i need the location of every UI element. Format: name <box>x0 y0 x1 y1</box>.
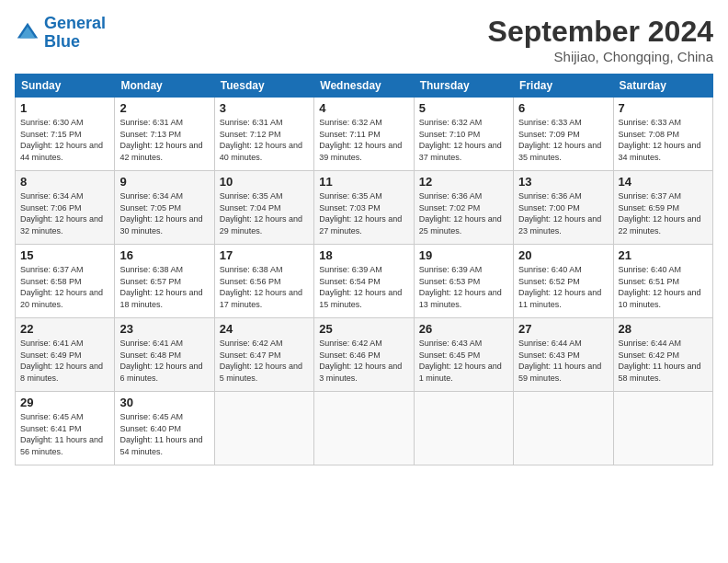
day-number: 24 <box>220 322 309 336</box>
day-cell: 14 Sunrise: 6:37 AM Sunset: 6:59 PM Dayl… <box>613 171 712 245</box>
weekday-tuesday: Tuesday <box>214 75 313 98</box>
day-info: Sunrise: 6:36 AM Sunset: 7:02 PM Dayligh… <box>419 190 508 236</box>
day-cell: 23 Sunrise: 6:41 AM Sunset: 6:48 PM Dayl… <box>115 318 214 392</box>
day-cell: 4 Sunrise: 6:32 AM Sunset: 7:11 PM Dayli… <box>314 98 414 171</box>
day-cell: 24 Sunrise: 6:42 AM Sunset: 6:47 PM Dayl… <box>214 318 313 392</box>
logo-text: General Blue <box>44 15 106 52</box>
day-cell: 9 Sunrise: 6:34 AM Sunset: 7:05 PM Dayli… <box>115 171 214 245</box>
header: General Blue September 2024 Shijiao, Cho… <box>15 15 713 64</box>
day-cell: 11 Sunrise: 6:35 AM Sunset: 7:03 PM Dayl… <box>314 171 414 245</box>
day-info: Sunrise: 6:40 AM Sunset: 6:52 PM Dayligh… <box>518 264 608 310</box>
day-cell: 27 Sunrise: 6:44 AM Sunset: 6:43 PM Dayl… <box>514 318 613 392</box>
day-info: Sunrise: 6:41 AM Sunset: 6:49 PM Dayligh… <box>20 338 109 384</box>
day-info: Sunrise: 6:42 AM Sunset: 6:46 PM Dayligh… <box>319 338 408 384</box>
day-cell: 22 Sunrise: 6:41 AM Sunset: 6:49 PM Dayl… <box>16 318 115 392</box>
day-info: Sunrise: 6:35 AM Sunset: 7:04 PM Dayligh… <box>220 190 309 236</box>
title-block: September 2024 Shijiao, Chongqing, China <box>488 15 713 64</box>
day-number: 13 <box>518 175 608 189</box>
day-cell: 8 Sunrise: 6:34 AM Sunset: 7:06 PM Dayli… <box>16 171 115 245</box>
week-row-5: 29 Sunrise: 6:45 AM Sunset: 6:41 PM Dayl… <box>16 392 713 465</box>
day-number: 3 <box>220 101 309 115</box>
day-number: 28 <box>619 322 708 336</box>
weekday-monday: Monday <box>115 75 214 98</box>
day-cell <box>414 392 513 465</box>
week-row-2: 8 Sunrise: 6:34 AM Sunset: 7:06 PM Dayli… <box>16 171 713 245</box>
day-info: Sunrise: 6:43 AM Sunset: 6:45 PM Dayligh… <box>419 338 508 384</box>
day-number: 5 <box>419 101 508 115</box>
day-number: 30 <box>119 396 209 409</box>
logo-general: General <box>44 14 106 32</box>
day-info: Sunrise: 6:34 AM Sunset: 7:05 PM Dayligh… <box>119 190 209 236</box>
day-cell: 21 Sunrise: 6:40 AM Sunset: 6:51 PM Dayl… <box>613 245 712 318</box>
weekday-header-row: SundayMondayTuesdayWednesdayThursdayFrid… <box>16 75 713 98</box>
week-row-3: 15 Sunrise: 6:37 AM Sunset: 6:58 PM Dayl… <box>16 245 713 318</box>
day-cell: 15 Sunrise: 6:37 AM Sunset: 6:58 PM Dayl… <box>16 245 115 318</box>
day-info: Sunrise: 6:39 AM Sunset: 6:54 PM Dayligh… <box>319 264 408 310</box>
day-info: Sunrise: 6:32 AM Sunset: 7:10 PM Dayligh… <box>419 117 508 163</box>
day-number: 17 <box>220 248 309 262</box>
day-cell: 3 Sunrise: 6:31 AM Sunset: 7:12 PM Dayli… <box>214 98 313 171</box>
day-info: Sunrise: 6:45 AM Sunset: 6:41 PM Dayligh… <box>20 411 109 457</box>
day-number: 4 <box>319 101 408 115</box>
calendar-body: 1 Sunrise: 6:30 AM Sunset: 7:15 PM Dayli… <box>16 98 713 465</box>
day-info: Sunrise: 6:45 AM Sunset: 6:40 PM Dayligh… <box>119 411 209 457</box>
calendar-container: General Blue September 2024 Shijiao, Cho… <box>0 0 728 563</box>
week-row-1: 1 Sunrise: 6:30 AM Sunset: 7:15 PM Dayli… <box>16 98 713 171</box>
logo-icon <box>15 20 40 46</box>
day-number: 29 <box>20 396 109 409</box>
day-number: 22 <box>20 322 109 336</box>
calendar-table: SundayMondayTuesdayWednesdayThursdayFrid… <box>15 74 713 465</box>
day-cell: 26 Sunrise: 6:43 AM Sunset: 6:45 PM Dayl… <box>414 318 513 392</box>
day-info: Sunrise: 6:41 AM Sunset: 6:48 PM Dayligh… <box>119 338 209 384</box>
day-cell: 30 Sunrise: 6:45 AM Sunset: 6:40 PM Dayl… <box>115 392 214 465</box>
day-number: 2 <box>119 101 209 115</box>
day-number: 14 <box>619 175 708 189</box>
day-number: 23 <box>119 322 209 336</box>
day-info: Sunrise: 6:33 AM Sunset: 7:09 PM Dayligh… <box>518 117 608 163</box>
day-number: 6 <box>518 101 608 115</box>
day-cell: 6 Sunrise: 6:33 AM Sunset: 7:09 PM Dayli… <box>514 98 613 171</box>
logo: General Blue <box>15 15 106 52</box>
weekday-sunday: Sunday <box>16 75 115 98</box>
day-number: 12 <box>419 175 508 189</box>
day-info: Sunrise: 6:30 AM Sunset: 7:15 PM Dayligh… <box>20 117 109 163</box>
day-cell: 19 Sunrise: 6:39 AM Sunset: 6:53 PM Dayl… <box>414 245 513 318</box>
day-info: Sunrise: 6:31 AM Sunset: 7:13 PM Dayligh… <box>119 117 209 163</box>
day-cell: 16 Sunrise: 6:38 AM Sunset: 6:57 PM Dayl… <box>115 245 214 318</box>
day-cell <box>314 392 414 465</box>
location: Shijiao, Chongqing, China <box>488 49 713 64</box>
day-number: 11 <box>319 175 408 189</box>
day-number: 27 <box>518 322 608 336</box>
day-info: Sunrise: 6:31 AM Sunset: 7:12 PM Dayligh… <box>220 117 309 163</box>
day-info: Sunrise: 6:38 AM Sunset: 6:57 PM Dayligh… <box>119 264 209 310</box>
day-info: Sunrise: 6:38 AM Sunset: 6:56 PM Dayligh… <box>220 264 309 310</box>
day-info: Sunrise: 6:42 AM Sunset: 6:47 PM Dayligh… <box>220 338 309 384</box>
day-number: 20 <box>518 248 608 262</box>
day-number: 1 <box>20 101 109 115</box>
day-number: 21 <box>619 248 708 262</box>
day-info: Sunrise: 6:37 AM Sunset: 6:59 PM Dayligh… <box>619 190 708 236</box>
day-number: 16 <box>119 248 209 262</box>
day-cell: 18 Sunrise: 6:39 AM Sunset: 6:54 PM Dayl… <box>314 245 414 318</box>
month-title: September 2024 <box>488 15 713 49</box>
day-info: Sunrise: 6:39 AM Sunset: 6:53 PM Dayligh… <box>419 264 508 310</box>
weekday-wednesday: Wednesday <box>314 75 414 98</box>
day-number: 9 <box>119 175 209 189</box>
day-cell <box>214 392 313 465</box>
day-cell: 1 Sunrise: 6:30 AM Sunset: 7:15 PM Dayli… <box>16 98 115 171</box>
day-number: 18 <box>319 248 408 262</box>
weekday-saturday: Saturday <box>613 75 712 98</box>
weekday-thursday: Thursday <box>414 75 513 98</box>
day-number: 19 <box>419 248 508 262</box>
day-cell: 20 Sunrise: 6:40 AM Sunset: 6:52 PM Dayl… <box>514 245 613 318</box>
day-cell <box>514 392 613 465</box>
day-info: Sunrise: 6:35 AM Sunset: 7:03 PM Dayligh… <box>319 190 408 236</box>
day-number: 7 <box>619 101 708 115</box>
weekday-friday: Friday <box>514 75 613 98</box>
day-info: Sunrise: 6:33 AM Sunset: 7:08 PM Dayligh… <box>619 117 708 163</box>
day-info: Sunrise: 6:44 AM Sunset: 6:42 PM Dayligh… <box>619 338 708 384</box>
day-cell: 7 Sunrise: 6:33 AM Sunset: 7:08 PM Dayli… <box>613 98 712 171</box>
day-cell: 17 Sunrise: 6:38 AM Sunset: 6:56 PM Dayl… <box>214 245 313 318</box>
day-info: Sunrise: 6:34 AM Sunset: 7:06 PM Dayligh… <box>20 190 109 236</box>
day-cell <box>613 392 712 465</box>
